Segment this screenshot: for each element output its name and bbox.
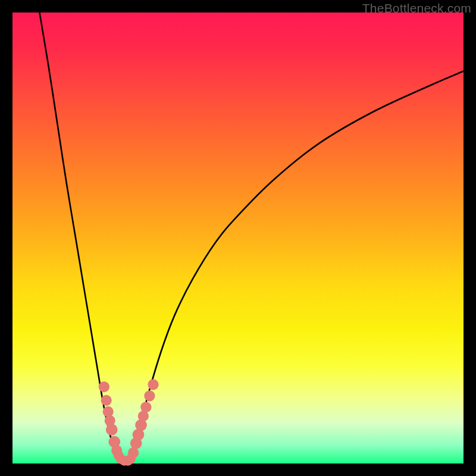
chart-frame [12, 12, 464, 464]
bead-marker [99, 381, 109, 392]
bead-marker [103, 406, 114, 417]
bead-marker [140, 402, 151, 412]
watermark-text: TheBottleneck.com [362, 1, 471, 15]
chart-svg [12, 12, 464, 464]
bead-marker [148, 379, 158, 390]
curve-right [130, 71, 464, 464]
bead-marker [144, 390, 155, 401]
bead-marker [101, 395, 112, 406]
bead-marker [106, 424, 118, 436]
marker-beads [99, 379, 159, 466]
